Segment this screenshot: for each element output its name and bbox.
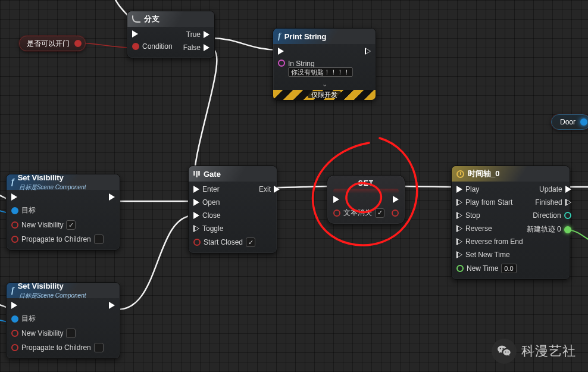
exec-in-pin[interactable] bbox=[11, 193, 17, 201]
variable-node-door[interactable]: Door bbox=[551, 114, 588, 130]
open-label: Open bbox=[202, 198, 220, 207]
dev-only-banner: 仅限开发 bbox=[273, 90, 376, 100]
node-title: 时间轴_0 bbox=[468, 168, 499, 179]
propagate-checkbox[interactable] bbox=[94, 343, 104, 352]
node-subtitle: 目标是Scene Component bbox=[19, 184, 86, 190]
node-header[interactable]: f Set Visibility目标是Scene Component bbox=[7, 174, 120, 190]
function-icon: f bbox=[11, 177, 14, 187]
true-exec-pin[interactable] bbox=[204, 31, 209, 38]
in-string-input[interactable]: 你没有钥匙！！！！ bbox=[288, 67, 353, 77]
direction-label: Direction bbox=[533, 211, 561, 220]
condition-label: Condition bbox=[142, 42, 173, 51]
watermark-text: 科漫艺社 bbox=[521, 342, 576, 360]
timeline-node[interactable]: 时间轴_0 Play Play from Start Stop Reverse … bbox=[451, 165, 570, 280]
target-pin[interactable] bbox=[11, 207, 18, 214]
reverse-from-end-pin[interactable] bbox=[456, 238, 462, 245]
exec-out-pin[interactable] bbox=[365, 48, 371, 55]
set-title: SET bbox=[333, 179, 399, 193]
finished-pin[interactable] bbox=[565, 199, 571, 206]
new-visibility-pin[interactable] bbox=[11, 330, 18, 337]
exit-label: Exit bbox=[259, 185, 271, 193]
exec-in-pin[interactable] bbox=[132, 30, 138, 37]
play-from-start-label: Play from Start bbox=[465, 198, 512, 207]
exec-out-pin[interactable] bbox=[109, 302, 115, 309]
variable-label: 文本消失 bbox=[343, 208, 372, 218]
propagate-pin[interactable] bbox=[11, 344, 18, 351]
exec-in-pin[interactable] bbox=[333, 196, 339, 203]
true-label: True bbox=[186, 30, 201, 39]
condition-pin[interactable] bbox=[132, 43, 139, 50]
stop-label: Stop bbox=[465, 211, 480, 220]
in-string-pin[interactable] bbox=[278, 60, 285, 67]
set-variable-node[interactable]: SET 文本消失 bbox=[327, 175, 405, 224]
target-pin[interactable] bbox=[11, 315, 18, 323]
bool-checkbox[interactable] bbox=[375, 208, 384, 218]
new-visibility-label: New Visibility bbox=[21, 329, 63, 337]
new-time-input[interactable]: 0.0 bbox=[501, 264, 516, 273]
gate-node[interactable]: Gate Enter Open Close Toggle Start Close… bbox=[188, 165, 277, 254]
target-label: 目标 bbox=[21, 314, 36, 324]
node-title: Print String bbox=[284, 32, 327, 41]
new-track-pin[interactable] bbox=[564, 226, 571, 233]
exit-pin[interactable] bbox=[274, 186, 280, 193]
play-label: Play bbox=[465, 185, 479, 193]
variable-label: Door bbox=[560, 118, 576, 126]
gate-icon bbox=[193, 171, 200, 177]
node-header[interactable]: 时间轴_0 bbox=[452, 166, 570, 182]
exec-in-pin[interactable] bbox=[278, 48, 284, 55]
update-label: Update bbox=[539, 185, 562, 193]
wechat-icon bbox=[492, 339, 517, 364]
branch-node[interactable]: 分支 Condition True False bbox=[127, 11, 215, 58]
false-label: False bbox=[183, 43, 201, 52]
play-pin[interactable] bbox=[456, 186, 462, 193]
new-visibility-checkbox[interactable] bbox=[66, 329, 76, 338]
reverse-label: Reverse bbox=[465, 224, 492, 233]
set-new-time-label: Set New Time bbox=[465, 251, 510, 259]
direction-pin[interactable] bbox=[564, 212, 571, 219]
toggle-pin[interactable] bbox=[193, 225, 199, 232]
reverse-pin[interactable] bbox=[456, 225, 462, 232]
start-closed-pin[interactable] bbox=[193, 239, 201, 246]
in-string-label: In String bbox=[288, 60, 353, 68]
exec-in-pin[interactable] bbox=[11, 302, 17, 309]
new-track-label: 新建轨迹 0 bbox=[527, 224, 561, 235]
print-string-node[interactable]: f Print String In String 你没有钥匙！！！！ ⌄ 仅限开… bbox=[273, 28, 376, 101]
function-icon: f bbox=[11, 286, 14, 295]
node-header[interactable]: f Print String bbox=[273, 29, 376, 44]
object-output-pin[interactable] bbox=[580, 118, 587, 126]
variable-node-can-open-door[interactable]: 是否可以开门 bbox=[19, 36, 86, 51]
node-header[interactable]: Gate bbox=[189, 166, 277, 182]
bool-output-pin[interactable] bbox=[74, 40, 82, 47]
set-new-time-pin[interactable] bbox=[456, 251, 462, 258]
node-title: Gate bbox=[204, 170, 221, 179]
propagate-pin[interactable] bbox=[11, 236, 18, 243]
new-time-pin[interactable] bbox=[456, 265, 464, 272]
set-visibility-node-a[interactable]: f Set Visibility目标是Scene Component 目标 Ne… bbox=[6, 174, 120, 251]
node-title: Set Visibility bbox=[18, 173, 64, 182]
node-title: 分支 bbox=[144, 14, 159, 24]
play-from-start-pin[interactable] bbox=[456, 199, 462, 206]
exec-out-pin[interactable] bbox=[393, 196, 399, 203]
new-visibility-checkbox[interactable] bbox=[66, 220, 76, 230]
false-exec-pin[interactable] bbox=[204, 44, 209, 51]
new-visibility-label: New Visibility bbox=[21, 221, 63, 229]
update-pin[interactable] bbox=[565, 186, 571, 193]
expand-arrow-icon[interactable]: ⌄ bbox=[273, 80, 376, 88]
watermark: 科漫艺社 bbox=[492, 339, 576, 364]
node-header[interactable]: 分支 bbox=[127, 11, 214, 27]
variable-label: 是否可以开门 bbox=[27, 39, 70, 49]
enter-pin[interactable] bbox=[193, 186, 199, 193]
reverse-from-end-label: Reverse from End bbox=[465, 237, 523, 246]
stop-pin[interactable] bbox=[456, 212, 462, 219]
start-closed-checkbox[interactable] bbox=[246, 237, 255, 247]
open-pin[interactable] bbox=[193, 199, 199, 206]
bool-in-pin[interactable] bbox=[333, 210, 340, 217]
set-visibility-node-b[interactable]: f Set Visibility目标是Scene Component 目标 Ne… bbox=[6, 282, 120, 359]
new-visibility-pin[interactable] bbox=[11, 221, 18, 229]
bool-out-pin[interactable] bbox=[392, 210, 399, 217]
target-label: 目标 bbox=[21, 205, 36, 215]
exec-out-pin[interactable] bbox=[109, 193, 115, 201]
close-pin[interactable] bbox=[193, 212, 199, 219]
propagate-checkbox[interactable] bbox=[94, 235, 104, 244]
node-header[interactable]: f Set Visibility目标是Scene Component bbox=[7, 283, 120, 298]
